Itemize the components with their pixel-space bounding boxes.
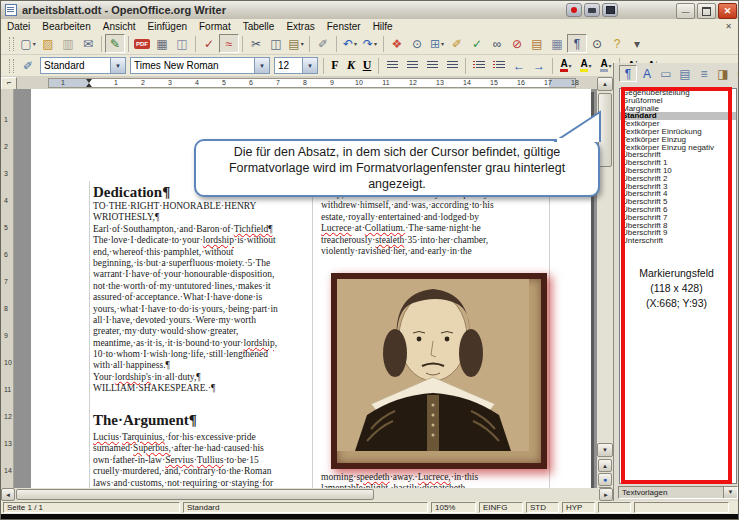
font-size-combobox[interactable]: 12 ▼ (274, 57, 318, 74)
insert-table-dropdown-icon[interactable]: ▾ (441, 40, 444, 47)
open-button[interactable]: ▨ (38, 34, 58, 53)
highlighting-button[interactable]: A▾ (576, 56, 596, 75)
horizontal-ruler[interactable]: 1123456789101112131415161718 (48, 78, 576, 88)
align-right-button[interactable] (422, 56, 442, 75)
navigator-button[interactable]: ⊙ (407, 34, 427, 53)
status-cell-empty-6[interactable] (598, 502, 631, 513)
close-button[interactable]: ✕ (718, 3, 737, 19)
table-boundaries-button[interactable]: ▦ (547, 34, 567, 53)
stylist-toggle-button[interactable]: ✐ (18, 56, 38, 75)
menu-fenster[interactable]: Fenster (321, 21, 367, 32)
format-paintbrush-button[interactable]: ✐ (313, 34, 333, 53)
autocorrect-button[interactable]: ✓ (467, 34, 487, 53)
paste-dropdown-icon[interactable]: ▾ (301, 40, 304, 47)
redo-dropdown-icon[interactable]: ▾ (374, 40, 377, 47)
right-column-lower[interactable]: morning·speedeth·away.·Lucrece,·in·thisl… (321, 472, 549, 488)
page-preview-button[interactable]: ◫ (172, 34, 192, 53)
status-cell-hyp[interactable]: HYP (562, 502, 595, 513)
menu-einfügen[interactable]: Einfügen (142, 21, 193, 32)
redo-button[interactable]: ↷▾ (360, 34, 380, 53)
status-cell-seite-1-1[interactable]: Seite 1 / 1 (3, 502, 180, 513)
status-cell-empty-7[interactable] (634, 502, 729, 513)
record-dot-icon[interactable] (566, 3, 582, 17)
menu-tabelle[interactable]: Tabelle (237, 21, 281, 32)
left-column-lower[interactable]: The·Argument¶ Lucius·Tarquinius,·for·his… (93, 411, 313, 488)
font-name-combobox[interactable]: Times New Roman ▼ (130, 57, 270, 74)
font-color-button[interactable]: A▾ (556, 56, 576, 75)
fill-format-mode-button[interactable]: ◨ (714, 65, 732, 82)
restore-button[interactable] (697, 3, 716, 19)
paragraph-style-combobox[interactable]: Standard ▼ (40, 57, 126, 74)
align-center-button[interactable] (402, 56, 422, 75)
page-styles-button[interactable]: ▤ (676, 65, 694, 82)
italic-button[interactable]: K (343, 57, 359, 74)
status-cell-std[interactable]: STD (526, 502, 559, 513)
menu-extras[interactable]: Extras (280, 21, 320, 32)
new-style-from-selection-button[interactable]: ❖ (733, 65, 739, 82)
paragraph-styles-button[interactable]: ¶ (619, 65, 637, 82)
gallery-button[interactable]: ❖ (387, 34, 407, 53)
menu-format[interactable]: Format (193, 21, 237, 32)
edit-file-button[interactable]: ✎ (105, 34, 125, 53)
menu-hilfe[interactable]: Hilfe (367, 21, 399, 32)
numbered-list-button[interactable] (469, 56, 489, 75)
toolbar-overflow-button[interactable]: ▾ (627, 34, 647, 53)
menu-bearbeiten[interactable]: Bearbeiten (36, 21, 96, 32)
insert-table-button[interactable]: ⊞▾ (427, 34, 447, 53)
zoom-button[interactable]: ⊙ (587, 34, 607, 53)
minimize-button[interactable]: — (676, 3, 695, 19)
chevron-down-icon[interactable]: ▼ (723, 487, 737, 498)
new-document-dropdown-icon[interactable]: ▾ (33, 40, 36, 47)
cut-button[interactable]: ✂ (246, 34, 266, 53)
bullet-list-button[interactable] (489, 56, 509, 75)
highlighting-dropdown-icon[interactable]: ▾ (589, 62, 592, 69)
undo-button[interactable]: ↶▾ (340, 34, 360, 53)
paste-button[interactable]: ▤▾ (286, 34, 306, 53)
scroll-right-icon[interactable]: ► (599, 488, 613, 501)
copy-button[interactable]: ◫ (266, 34, 286, 53)
menu-datei[interactable]: Datei (1, 21, 36, 32)
status-cell-einfg[interactable]: EINFG (479, 502, 523, 513)
status-cell-105-[interactable]: 105% (431, 502, 476, 513)
character-styles-button[interactable]: A (638, 65, 656, 82)
bold-button[interactable]: F (327, 57, 343, 74)
increase-indent-button[interactable]: → (529, 56, 549, 75)
undo-dropdown-icon[interactable]: ▾ (354, 40, 357, 47)
datasources-button[interactable]: ▤ (527, 34, 547, 53)
chevron-down-icon[interactable]: ▼ (110, 58, 125, 73)
chevron-down-icon[interactable]: ▼ (254, 58, 269, 73)
email-button[interactable]: ✉ (78, 34, 98, 53)
export-pdf-button[interactable]: PDF (132, 34, 152, 53)
align-left-button[interactable] (382, 56, 402, 75)
font-color-dropdown-icon[interactable]: ▾ (569, 62, 572, 69)
scroll-down-icon[interactable]: ▼ (597, 443, 613, 457)
new-document-button[interactable]: ▢▾ (18, 34, 38, 53)
decrease-indent-button[interactable]: ← (509, 56, 529, 75)
status-cell-standard[interactable]: Standard (183, 502, 428, 513)
frame-styles-button[interactable]: ▭ (657, 65, 675, 82)
vertical-ruler[interactable]: 1234567891011121314 (1, 89, 14, 488)
style-item-unterschrift[interactable]: Unterschrift (620, 237, 736, 245)
draw-functions-button[interactable]: ✐ (447, 34, 467, 53)
underline-button[interactable]: U (359, 57, 375, 74)
scroll-up-icon[interactable]: ▲ (597, 77, 613, 91)
navigation-button[interactable]: ● (598, 473, 612, 486)
horizontal-scrollbar[interactable]: ◄ ► (1, 488, 613, 501)
align-justify-button[interactable] (442, 56, 462, 75)
right-column[interactable]: camp,·from·whence·he·shortly·after·privi… (321, 189, 549, 257)
camera-icon[interactable] (584, 3, 600, 17)
print-button[interactable]: ▦ (152, 34, 172, 53)
document-close-icon[interactable]: ✕ (721, 20, 736, 33)
previous-page-button[interactable]: ▲ (598, 459, 612, 472)
scroll-left-icon[interactable]: ◄ (1, 488, 15, 501)
auto-spellcheck-button[interactable]: ≈ (219, 34, 239, 53)
list-styles-button[interactable]: ≡ (695, 65, 713, 82)
left-column[interactable]: Dedication¶ TO·THE·RIGHT·HONORABLE·HENRY… (93, 183, 313, 395)
no-entry-button[interactable]: ⊘ (507, 34, 527, 53)
horizontal-scroll-thumb[interactable] (16, 489, 374, 500)
help-button[interactable]: ? (607, 34, 627, 53)
background-color-dropdown-icon[interactable]: ▾ (609, 62, 612, 69)
formatting-marks-button[interactable]: ¶ (567, 34, 587, 53)
screen-capture-icon[interactable] (602, 3, 618, 17)
chevron-down-icon[interactable]: ▼ (302, 58, 317, 73)
